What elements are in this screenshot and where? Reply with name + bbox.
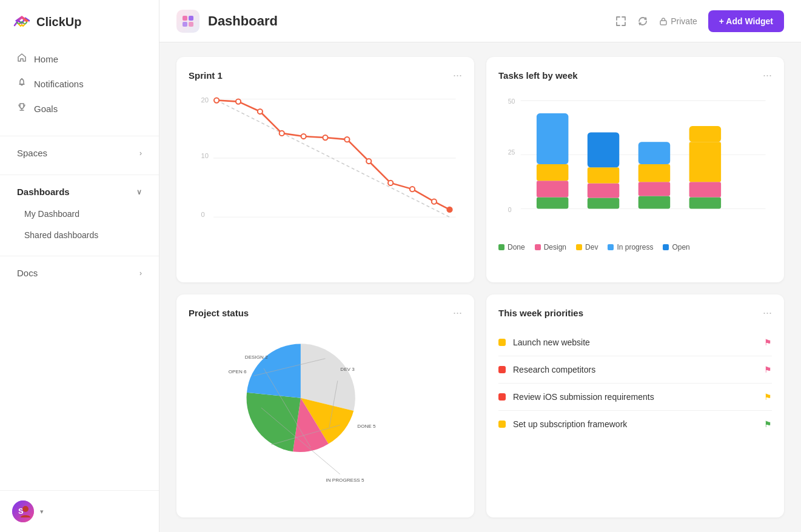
svg-rect-37 [537, 164, 568, 181]
svg-rect-5 [189, 16, 193, 21]
sidebar-nav: Home Notifications [0, 41, 159, 126]
tasks-card-header: Tasks left by week ··· [498, 69, 772, 82]
docs-chevron: › [139, 269, 142, 278]
priority-flag-subscription: ⚑ [764, 419, 772, 429]
page-title: Dashboard [208, 13, 278, 29]
svg-text:DONE 5: DONE 5 [357, 424, 376, 429]
svg-rect-35 [537, 198, 568, 209]
refresh-button[interactable] [637, 16, 648, 27]
legend-dev-label: Dev [585, 243, 598, 251]
sidebar-item-my-dashboard[interactable]: My Dashboard [5, 204, 154, 224]
add-widget-button[interactable]: + Add Widget [708, 10, 784, 32]
svg-rect-46 [638, 182, 670, 196]
dashboards-chevron: ∨ [136, 188, 142, 196]
avatar: S [12, 500, 34, 522]
my-dashboard-label: My Dashboard [24, 209, 79, 219]
legend-dev: Dev [576, 243, 598, 251]
svg-rect-6 [183, 22, 187, 27]
priority-list: Launch new website ⚑ Research competitor… [498, 329, 772, 437]
svg-rect-48 [638, 142, 670, 164]
svg-text:IN PROGRESS 5: IN PROGRESS 5 [326, 477, 364, 483]
svg-point-25 [410, 187, 415, 191]
sidebar-item-home[interactable]: Home [5, 47, 154, 71]
pie-chart-svg: DEV 3 DESIGN 2 DONE 5 IN PROGRESS 5 OPEN… [189, 329, 462, 487]
svg-point-19 [280, 131, 284, 136]
docs-header[interactable]: Docs › [5, 262, 154, 284]
priority-flag-ios: ⚑ [764, 392, 772, 402]
svg-text:OPEN 6: OPEN 6 [229, 369, 247, 374]
svg-rect-40 [588, 198, 619, 209]
priority-label-research: Research competitors [513, 365, 757, 374]
chart-legend: Done Design Dev In progress Open [498, 243, 772, 251]
sprint-chart-svg: 20 10 0 [189, 91, 462, 231]
spaces-chevron: › [139, 149, 142, 158]
svg-rect-42 [588, 167, 619, 183]
project-status-menu[interactable]: ··· [453, 307, 462, 319]
sidebar-item-notifications[interactable]: Notifications [5, 71, 154, 96]
svg-point-26 [432, 199, 437, 204]
user-footer[interactable]: S ▾ [0, 490, 159, 532]
svg-point-24 [388, 181, 393, 185]
legend-done: Done [498, 243, 525, 251]
dashboards-header[interactable]: Dashboards ∨ [5, 181, 154, 203]
shared-dashboards-label: Shared dashboards [24, 230, 98, 240]
project-status-header: Project status ··· [189, 307, 462, 319]
svg-rect-4 [183, 16, 187, 21]
svg-rect-8 [660, 21, 666, 25]
priorities-header: This week priorities ··· [498, 307, 772, 319]
header-right: Private + Add Widget [615, 10, 784, 32]
svg-point-17 [236, 99, 241, 104]
priority-item-subscription[interactable]: Set up subscription framework ⚑ [498, 411, 772, 437]
svg-text:50: 50 [508, 98, 515, 105]
priority-dot-launch [498, 339, 506, 346]
priority-label-launch: Launch new website [513, 337, 757, 347]
sprint-chart: 20 10 0 [189, 91, 462, 231]
priority-flag-launch: ⚑ [764, 337, 772, 347]
sidebar-item-notifications-label: Notifications [34, 79, 84, 89]
priority-item-ios[interactable]: Review iOS submission requirements ⚑ [498, 384, 772, 411]
logo[interactable]: ClickUp [0, 0, 159, 41]
svg-rect-51 [689, 182, 721, 197]
dashboards-label: Dashboards [17, 187, 70, 197]
svg-text:20: 20 [201, 96, 209, 104]
priority-item-launch[interactable]: Launch new website ⚑ [498, 329, 772, 356]
header: Dashboard Privat [159, 0, 801, 42]
private-label: Private [671, 16, 697, 26]
priority-flag-research: ⚑ [764, 365, 772, 374]
pie-chart-area: DEV 3 DESIGN 2 DONE 5 IN PROGRESS 5 OPEN… [189, 329, 462, 487]
svg-rect-50 [689, 198, 721, 209]
main-content: Dashboard Privat [159, 0, 801, 532]
bell-icon [17, 78, 27, 90]
sprint-card: Sprint 1 ··· 20 10 0 [176, 57, 474, 282]
spaces-label: Spaces [17, 148, 47, 158]
priority-label-ios: Review iOS submission requirements [513, 392, 757, 402]
svg-text:DESIGN 2: DESIGN 2 [245, 354, 268, 360]
priorities-menu[interactable]: ··· [763, 307, 772, 319]
svg-point-0 [21, 78, 22, 79]
svg-rect-52 [689, 142, 721, 182]
priorities-card: This week priorities ··· Launch new webs… [486, 294, 784, 517]
docs-section: Docs › [0, 256, 159, 285]
spaces-header[interactable]: Spaces › [5, 142, 154, 164]
svg-text:10: 10 [201, 152, 209, 159]
sidebar-item-home-label: Home [34, 54, 58, 64]
svg-text:0: 0 [508, 207, 512, 213]
svg-rect-53 [689, 126, 721, 142]
trophy-icon [17, 102, 27, 115]
sidebar-item-shared-dashboards[interactable]: Shared dashboards [5, 225, 154, 245]
expand-button[interactable] [615, 16, 626, 27]
project-status-title: Project status [189, 308, 249, 318]
tasks-card-menu[interactable]: ··· [763, 69, 772, 82]
priority-item-research[interactable]: Research competitors ⚑ [498, 356, 772, 384]
tasks-card: Tasks left by week ··· 50 25 0 [486, 57, 784, 282]
svg-point-23 [366, 159, 371, 164]
project-status-card: Project status ··· [176, 294, 474, 517]
bar-chart-svg: 50 25 0 [498, 91, 772, 237]
sidebar-item-goals[interactable]: Goals [5, 96, 154, 121]
svg-text:DEV 3: DEV 3 [340, 367, 355, 372]
sprint-card-menu[interactable]: ··· [453, 69, 462, 82]
svg-rect-38 [537, 113, 568, 164]
private-button[interactable]: Private [659, 16, 697, 26]
legend-in-progress-label: In progress [617, 243, 653, 251]
dashboard-grid: Sprint 1 ··· 20 10 0 [159, 42, 801, 532]
